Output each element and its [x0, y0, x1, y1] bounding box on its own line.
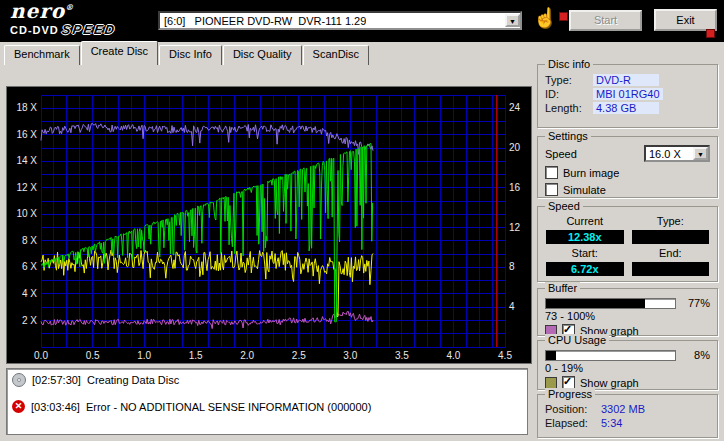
svg-text:18 X: 18 X [16, 102, 37, 113]
logo-text-cddvdspeed: CD-DVDSPEED [10, 23, 116, 36]
svg-text:8 X: 8 X [22, 235, 37, 246]
svg-text:16 X: 16 X [16, 129, 37, 140]
start-speed-label: Start: [546, 247, 624, 259]
disc-info-title: Disc info [545, 58, 593, 70]
svg-text:8: 8 [509, 261, 515, 272]
svg-text:12 X: 12 X [16, 182, 37, 193]
tab-bar: Benchmark Create Disc Disc Info Disc Qua… [4, 45, 370, 65]
svg-text:3.0: 3.0 [343, 350, 357, 361]
speed-setting-label: Speed [545, 148, 577, 160]
svg-text:24: 24 [509, 102, 521, 113]
svg-text:0.5: 0.5 [86, 350, 100, 361]
start-button[interactable]: Start [569, 10, 642, 31]
svg-text:0.0: 0.0 [34, 350, 48, 361]
simulate-checkbox[interactable] [545, 183, 558, 196]
logo-speed-text: SPEED [61, 23, 117, 36]
svg-text:2.5: 2.5 [292, 350, 306, 361]
logo-text-nero: nero® [10, 1, 116, 21]
nero-cd-dvd-speed-window: nero® CD-DVDSPEED [6:0] PIONEER DVD-RW D… [0, 0, 724, 441]
elapsed-label: Elapsed: [545, 417, 601, 429]
logo-nero-text: nero [10, 0, 65, 23]
tab-create-disc[interactable]: Create Disc [81, 41, 158, 65]
log-message: Error - NO ADDITIONAL SENSE INFORMATION … [86, 401, 371, 413]
speed-type-value [632, 230, 710, 244]
burn-image-label: Burn image [563, 167, 619, 179]
disc-type-value: DVD-R [593, 74, 659, 86]
buffer-title: Buffer [545, 282, 580, 294]
cpu-percent-value: 8% [682, 349, 710, 361]
logo-cddvd-text: CD-DVD [10, 24, 59, 36]
position-value: 3302 MB [601, 403, 710, 415]
disc-type-label: Type: [545, 74, 593, 86]
svg-text:2.0: 2.0 [240, 350, 254, 361]
buffer-percent-value: 77% [682, 297, 710, 309]
svg-text:4.0: 4.0 [446, 350, 460, 361]
tab-benchmark[interactable]: Benchmark [4, 45, 80, 65]
svg-text:14 X: 14 X [16, 155, 37, 166]
chevron-down-icon[interactable]: ▼ [505, 14, 520, 27]
disc-id-label: ID: [545, 88, 593, 100]
log-entry: [02:57:30] Creating Data Disc [12, 373, 522, 387]
tab-scandisc[interactable]: ScanDisc [303, 45, 369, 65]
cpu-show-graph-label: Show graph [580, 377, 639, 389]
svg-text:3.5: 3.5 [395, 350, 409, 361]
current-speed-value: 12.38x [546, 230, 624, 244]
speed-select-dropdown[interactable]: 16.0 X ▼ [644, 145, 710, 162]
simulate-label: Simulate [563, 184, 606, 196]
burn-image-checkbox[interactable] [545, 166, 558, 179]
svg-text:2 X: 2 X [22, 315, 37, 326]
tab-disc-quality[interactable]: Disc Quality [223, 45, 302, 65]
nero-logo: nero® CD-DVDSPEED [10, 1, 116, 36]
svg-text:10 X: 10 X [16, 208, 37, 219]
speed-title: Speed [545, 200, 583, 212]
svg-text:1.5: 1.5 [189, 350, 203, 361]
tab-disc-info[interactable]: Disc Info [159, 45, 222, 65]
drive-selector-dropdown[interactable]: [6:0] PIONEER DVD-RW DVR-111 1.29 ▼ [158, 11, 522, 30]
disc-id-value: MBI 01RG40 [593, 88, 663, 100]
end-speed-label: End: [632, 247, 710, 259]
svg-text:4.5: 4.5 [498, 350, 512, 361]
settings-group: Settings Speed 16.0 X ▼ Burn image Simul… [537, 136, 718, 198]
disc-length-value: 4.38 GB [593, 102, 659, 114]
svg-text:4: 4 [509, 301, 515, 312]
chevron-down-icon[interactable]: ▼ [693, 147, 708, 160]
disc-info-group: Disc info Type: DVD-R ID: MBI 01RG40 Len… [537, 64, 718, 128]
speed-group: Speed Current Type: 12.38x Start: End: 6… [537, 206, 718, 282]
svg-text:6 X: 6 X [22, 261, 37, 272]
log-message: Creating Data Disc [87, 374, 179, 386]
cpu-progress-bar [545, 350, 676, 361]
elapsed-value: 5:34 [601, 417, 710, 429]
registered-mark: ® [65, 2, 74, 12]
disc-icon [12, 373, 26, 387]
progress-group: Progress Position: 3302 MB Elapsed: 5:34 [537, 394, 718, 438]
top-banner: nero® CD-DVDSPEED [6:0] PIONEER DVD-RW D… [0, 0, 724, 42]
settings-title: Settings [545, 130, 591, 142]
cpu-color-swatch [545, 377, 557, 389]
buffer-range-value: 73 - 100% [538, 309, 717, 322]
record-led-icon [706, 29, 715, 38]
svg-text:1.0: 1.0 [137, 350, 151, 361]
buffer-group: Buffer 77% 73 - 100% Show graph [537, 288, 718, 336]
log-timestamp: [02:57:30] [32, 374, 81, 386]
status-log-list[interactable]: [02:57:30] Creating Data Disc [03:03:46]… [6, 368, 528, 435]
log-entry: [03:03:46] Error - NO ADDITIONAL SENSE I… [12, 400, 522, 413]
disc-length-label: Length: [545, 102, 593, 114]
hand-pointer-icon[interactable]: ☝ [533, 6, 557, 29]
speed-type-label: Type: [632, 215, 710, 227]
exit-button[interactable]: Exit [654, 9, 717, 31]
end-speed-value [632, 262, 710, 276]
log-timestamp: [03:03:46] [31, 401, 80, 413]
cpu-usage-title: CPU Usage [545, 334, 609, 346]
write-speed-chart: 18 X16 X14 X12 X10 X8 X6 X4 X2 X24201612… [7, 87, 531, 363]
svg-text:12: 12 [509, 222, 521, 233]
cpu-usage-group: CPU Usage 8% 0 - 19% Show graph [537, 340, 718, 390]
drive-selector-value: [6:0] PIONEER DVD-RW DVR-111 1.29 [160, 15, 366, 27]
buffer-progress-bar [545, 298, 676, 309]
speed-select-value: 16.0 X [646, 148, 681, 160]
current-speed-label: Current [546, 215, 624, 227]
progress-title: Progress [545, 388, 595, 400]
error-icon [12, 400, 25, 413]
write-speed-chart-panel: 18 X16 X14 X12 X10 X8 X6 X4 X2 X24201612… [6, 86, 532, 364]
svg-text:4 X: 4 X [22, 288, 37, 299]
svg-text:20: 20 [509, 142, 521, 153]
